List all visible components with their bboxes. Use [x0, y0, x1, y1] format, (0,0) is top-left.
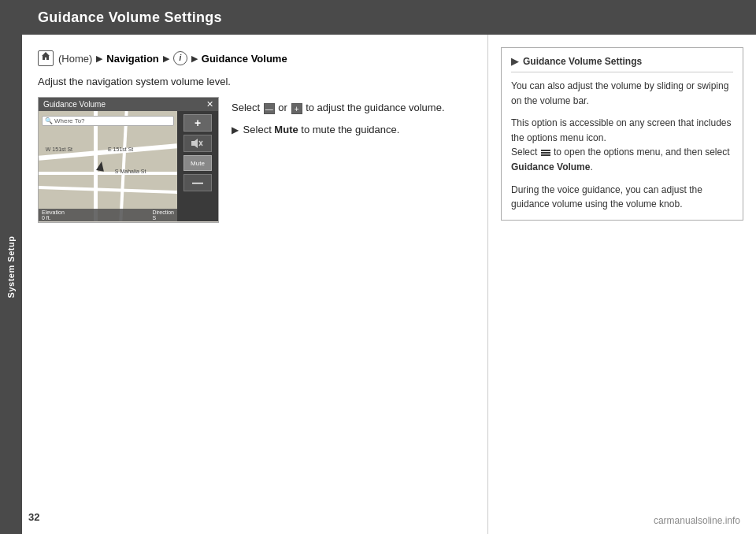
map-status-bar: Elevation0 ft. DirectionS: [39, 209, 177, 221]
sidebar: System Setup: [0, 0, 22, 534]
note-body: You can also adjust the volume by slidin…: [511, 79, 733, 212]
map-label-2: E 151st St: [108, 146, 133, 152]
guidance-volume-bold: Guidance Volume: [511, 161, 590, 172]
page-number: 32: [28, 511, 39, 523]
mute-text: Mute: [274, 124, 298, 135]
watermark: carmanualsoline.info: [654, 515, 740, 526]
volume-plus-btn[interactable]: +: [183, 114, 212, 132]
page-header: Guidance Volume Settings: [22, 0, 756, 35]
direction-label: DirectionS: [152, 210, 174, 221]
volume-panel: + Mute —: [177, 111, 218, 221]
breadcrumb-navigation: Navigation: [106, 53, 158, 65]
map-label-1: W 151st St: [46, 146, 72, 152]
map-area: 🔍 Where To? W 151st St E 151st St S Maha…: [39, 111, 218, 221]
nav-screen-header: Guidance Volume ✕: [39, 98, 218, 111]
note-title: Guidance Volume Settings: [523, 56, 642, 67]
elevation-label: Elevation0 ft.: [42, 210, 65, 221]
info-icon: i: [173, 51, 187, 65]
nav-screen: Guidance Volume ✕: [38, 97, 219, 223]
instruction-line-1: Select — or + to adjust the guidance vol…: [232, 100, 445, 116]
instruction-text: Select — or + to adjust the guidance vol…: [232, 97, 445, 137]
instructions-area: Guidance Volume ✕: [38, 97, 472, 223]
note-para-3: During the voice guidance, you can adjus…: [511, 183, 733, 212]
breadcrumb-arrow-1: ▶: [96, 54, 102, 64]
map-label-3: S Mahalia St: [115, 169, 146, 174]
plus-btn-icon: +: [291, 103, 302, 114]
map-road-5: [119, 111, 128, 221]
breadcrumb-guidance-volume: Guidance Volume: [202, 53, 287, 65]
map-search-text: Where To?: [54, 117, 85, 124]
location-arrow: [96, 161, 106, 172]
right-section: ▶ Guidance Volume Settings You can also …: [488, 35, 756, 534]
sidebar-label: System Setup: [6, 236, 16, 299]
breadcrumb-home-text: (Home): [58, 53, 92, 65]
left-section: (Home) ▶ Navigation ▶ i ▶ Guidance Volum…: [22, 35, 488, 534]
breadcrumb-arrow-3: ▶: [191, 54, 198, 64]
main-content: Guidance Volume Settings (Home) ▶ Naviga…: [22, 0, 756, 534]
note-icon: ▶: [511, 56, 518, 67]
options-menu-icon: [541, 150, 550, 156]
note-para-1: You can also adjust the volume by slidin…: [511, 79, 733, 108]
header-title: Guidance Volume Settings: [38, 9, 222, 26]
nav-screen-title: Guidance Volume: [43, 100, 106, 109]
volume-speaker-icon: [183, 135, 212, 152]
volume-minus-btn[interactable]: —: [183, 174, 212, 191]
breadcrumb-arrow-2: ▶: [163, 54, 169, 64]
mute-label: Mute: [191, 160, 205, 167]
map-road-3: [39, 186, 177, 194]
description-text: Adjust the navigation system volume leve…: [38, 76, 472, 87]
arrow-bullet: ▶: [232, 123, 239, 137]
breadcrumb: (Home) ▶ Navigation ▶ i ▶ Guidance Volum…: [38, 50, 472, 66]
note-box: ▶ Guidance Volume Settings You can also …: [501, 47, 743, 221]
note-header: ▶ Guidance Volume Settings: [511, 56, 733, 72]
note-para-2: This option is accessible on any screen …: [511, 116, 733, 174]
svg-marker-0: [191, 139, 198, 148]
map-search: 🔍 Where To?: [42, 116, 174, 126]
map-left: 🔍 Where To? W 151st St E 151st St S Maha…: [39, 111, 177, 221]
map-road-2: [39, 172, 177, 175]
instruction-line-2: ▶ Select Mute to mute the guidance.: [232, 122, 445, 138]
volume-mute-btn[interactable]: Mute: [183, 155, 212, 171]
content-area: (Home) ▶ Navigation ▶ i ▶ Guidance Volum…: [22, 35, 756, 534]
nav-screen-close[interactable]: ✕: [206, 99, 213, 109]
home-icon: [38, 50, 54, 66]
map-search-icon: 🔍: [45, 117, 53, 124]
minus-btn-icon: —: [264, 103, 275, 114]
